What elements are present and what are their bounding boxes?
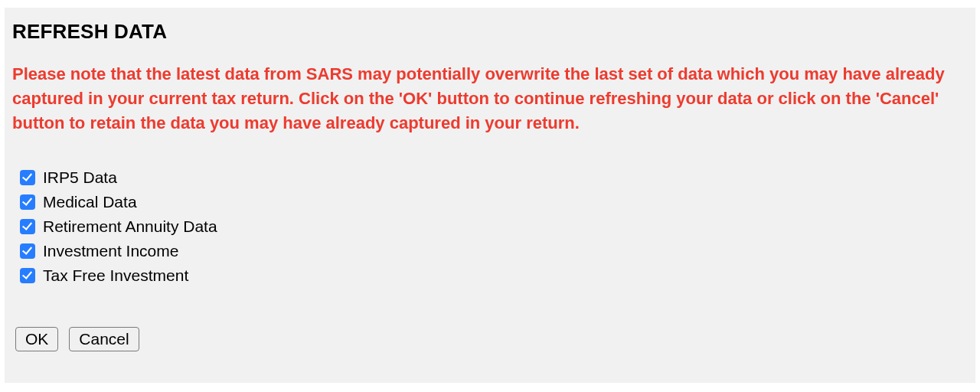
cancel-button[interactable]: Cancel — [69, 327, 139, 351]
option-row-medical: Medical Data — [20, 191, 968, 214]
warning-text: Please note that the latest data from SA… — [12, 62, 968, 136]
refresh-options-list: IRP5 Data Medical Data Retirement Annuit… — [20, 166, 968, 287]
checkbox-taxfree[interactable] — [20, 268, 35, 283]
option-label: Retirement Annuity Data — [43, 217, 217, 236]
option-row-taxfree: Tax Free Investment — [20, 264, 968, 287]
option-label: Tax Free Investment — [43, 266, 188, 285]
checkbox-irp5[interactable] — [20, 170, 35, 185]
option-label: Medical Data — [43, 193, 137, 211]
checkbox-retirement[interactable] — [20, 219, 35, 234]
option-row-retirement: Retirement Annuity Data — [20, 215, 968, 238]
checkbox-investment[interactable] — [20, 243, 35, 259]
ok-button[interactable]: OK — [15, 327, 58, 351]
refresh-data-dialog: REFRESH DATA Please note that the latest… — [5, 8, 975, 383]
option-label: IRP5 Data — [43, 168, 117, 187]
option-label: Investment Income — [43, 242, 178, 260]
option-row-irp5: IRP5 Data — [20, 166, 968, 189]
button-row: OK Cancel — [15, 327, 968, 351]
option-row-investment: Investment Income — [20, 240, 968, 263]
dialog-title: REFRESH DATA — [12, 20, 968, 44]
checkbox-medical[interactable] — [20, 194, 35, 210]
